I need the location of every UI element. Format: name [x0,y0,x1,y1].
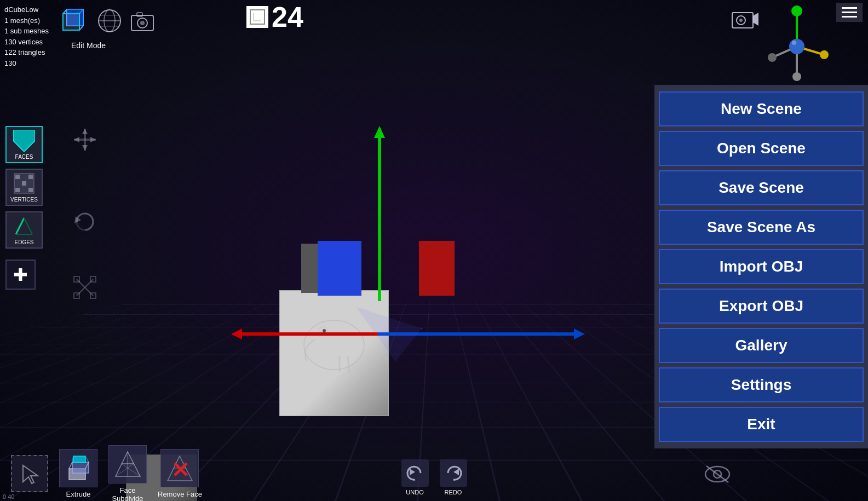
svg-rect-25 [15,175,20,179]
extrude-label: Extrude [66,490,91,498]
svg-marker-47 [753,13,758,26]
stats-panel: dCubeLow 1 mesh(es) 1 sub meshes 130 ver… [4,4,49,68]
globe-button[interactable] [96,7,123,34]
add-object-button[interactable]: ✚ [5,260,36,290]
svg-line-7 [79,26,83,30]
gallery-button[interactable]: Gallery [659,328,864,363]
extrude-button[interactable]: Extrude [59,449,97,498]
faces-label: FACES [15,154,33,160]
subdivide-icon [113,449,143,479]
export-obj-button[interactable]: Export OBJ [659,289,864,324]
vertices-label: VERTICES [10,197,38,203]
faces-tool-button[interactable]: FACES [5,126,43,163]
svg-rect-65 [73,456,85,463]
mesh-count: 1 mesh(es) [4,15,49,26]
import-obj-button[interactable]: Import OBJ [659,249,864,284]
svg-rect-29 [22,181,26,186]
triangles-count: 122 triangles [4,47,49,58]
svg-line-5 [63,9,67,14]
extrude-icon [64,453,94,483]
left-tools-panel: FACES VERTICES EDGES ✚ [5,126,43,290]
undo-redo-controls: UNDO REDO [401,459,467,496]
toolbar-icons [55,3,156,38]
scene-menu-panel: New Scene Open Scene Save Scene Save Sce… [654,85,868,448]
svg-rect-19 [250,10,265,24]
remove-face-icon [165,453,195,483]
svg-line-63 [69,462,72,469]
face-subdivide-label: FaceSubdivide [112,486,143,502]
svg-line-31 [24,218,32,234]
svg-marker-77 [410,469,415,475]
vertices-tool-button[interactable]: VERTICES [5,169,43,206]
svg-marker-78 [453,469,459,475]
undo-label: UNDO [406,489,423,496]
svg-rect-9 [63,14,79,30]
hamburger-line-3 [842,16,857,18]
svg-rect-28 [28,188,33,192]
screenshot-button[interactable] [129,7,156,34]
sub-meshes: 1 sub meshes [4,26,49,37]
svg-line-30 [16,218,24,234]
svg-rect-26 [28,175,33,179]
select-tool-button[interactable] [11,455,48,492]
redo-button[interactable]: REDO [440,459,467,496]
face-subdivide-button[interactable]: FaceSubdivide [108,445,147,502]
fps-value: 24 [272,3,303,31]
save-scene-as-button[interactable]: Save Scene As [659,210,864,245]
face-subdivide-icon-box [108,445,147,483]
fps-square [246,6,268,28]
remove-face-icon-box [160,449,199,487]
svg-point-17 [140,21,145,25]
object-name: dCubeLow [4,4,49,15]
fps-counter: 24 [246,3,303,31]
status-text: 0 40 [3,493,14,500]
add-icon: ✚ [13,264,28,285]
status-bar: 0 40 [0,492,17,501]
redo-icon [440,459,467,487]
visibility-toggle-button[interactable] [704,463,731,490]
extrude-icon-box [59,449,97,487]
redo-label: REDO [445,489,462,496]
svg-line-67 [85,456,89,462]
new-scene-button[interactable]: New Scene [659,91,864,126]
undo-button[interactable]: UNDO [401,459,429,496]
settings-button[interactable]: Settings [659,367,864,402]
edges-tool-button[interactable]: EDGES [5,211,43,249]
svg-rect-27 [15,188,20,192]
hamburger-line-2 [842,11,857,13]
vertices-count: 130 vertices [4,37,49,48]
save-scene-button[interactable]: Save Scene [659,170,864,205]
hamburger-line-1 [842,7,857,9]
svg-marker-60 [23,465,38,483]
edges-label: EDGES [14,239,33,245]
undo-icon [401,459,429,487]
extra-stat: 130 [4,58,49,69]
svg-point-49 [739,19,743,22]
remove-face-button[interactable]: Remove Face [158,449,202,498]
edit-mode-label: Edit Mode [71,41,106,50]
svg-marker-22 [13,130,35,152]
remove-face-label: Remove Face [158,490,202,498]
exit-button[interactable]: Exit [659,407,864,442]
hamburger-menu-button[interactable] [836,3,863,22]
edit-mode-button[interactable] [55,3,90,38]
camera-button[interactable] [731,8,758,35]
open-scene-button[interactable]: Open Scene [659,131,864,166]
